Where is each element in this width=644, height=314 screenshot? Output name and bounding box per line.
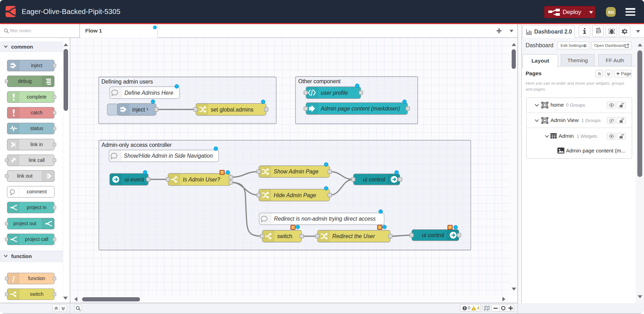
svg-text:Admin-only access controller: Admin-only access controller — [102, 142, 172, 148]
svg-text:Other component: Other component — [298, 78, 341, 84]
svg-text:!: ! — [449, 225, 451, 229]
svg-text:Defining admin users: Defining admin users — [102, 79, 153, 85]
svg-text:inject ¹: inject ¹ — [132, 107, 148, 113]
svg-text:set global.admins: set global.admins — [211, 107, 254, 113]
svg-text:user profile: user profile — [321, 90, 348, 96]
svg-text:!: ! — [221, 170, 223, 174]
svg-text:ui-event: ui-event — [125, 177, 144, 183]
svg-text:Define Admins Here: Define Admins Here — [125, 90, 174, 96]
svg-text:Redirect is non-admin trying d: Redirect is non-admin trying direct acce… — [274, 216, 376, 222]
svg-text:Is Admin User?: Is Admin User? — [183, 177, 220, 183]
svg-text:!: ! — [379, 225, 381, 229]
svg-text:Hide Admin Page: Hide Admin Page — [274, 192, 316, 198]
svg-text:!: ! — [292, 225, 294, 229]
svg-text:Show Admin Page: Show Admin Page — [274, 169, 319, 174]
svg-text:ui control: ui control — [422, 232, 444, 238]
svg-text:switch: switch — [277, 233, 293, 239]
svg-text:Admin page content (markdown): Admin page content (markdown) — [321, 106, 400, 112]
svg-text:ui control: ui control — [363, 177, 385, 183]
svg-text:f: f — [12, 275, 15, 282]
svg-text:Redirect the User: Redirect the User — [332, 233, 375, 239]
svg-text:Show/Hide Admin in Side Naviga: Show/Hide Admin in Side Navigation — [124, 153, 213, 159]
